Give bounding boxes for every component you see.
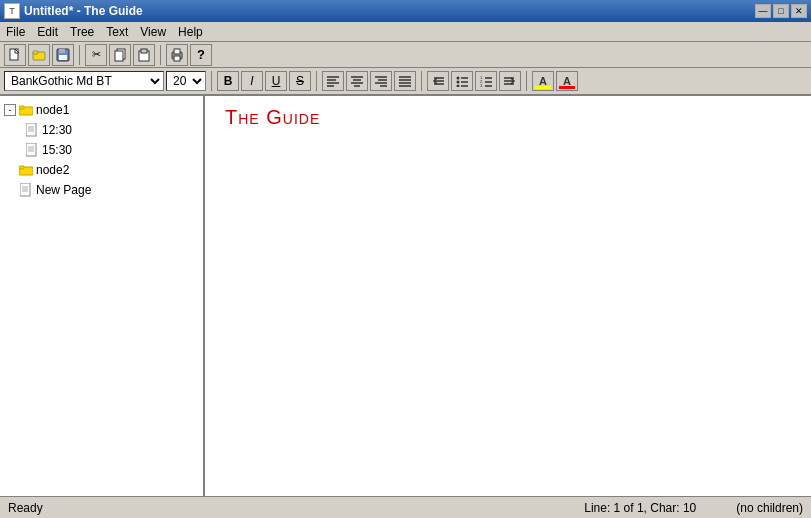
text-color-button[interactable]: A xyxy=(556,71,578,91)
status-children-info: (no children) xyxy=(736,501,803,515)
svg-point-33 xyxy=(457,77,460,80)
save-button[interactable] xyxy=(52,44,74,66)
paste-button[interactable] xyxy=(133,44,155,66)
highlight-button[interactable]: A xyxy=(532,71,554,91)
indent-decrease-button[interactable] xyxy=(427,71,449,91)
tree-item-node2[interactable]: node2 xyxy=(0,160,203,180)
svg-rect-10 xyxy=(141,49,147,53)
list-unordered-button[interactable] xyxy=(451,71,473,91)
copy-button[interactable] xyxy=(109,44,131,66)
svg-rect-49 xyxy=(19,106,24,109)
expand-icon-node1[interactable]: - xyxy=(4,104,16,116)
maximize-button[interactable]: □ xyxy=(773,4,789,18)
window-title: Untitled* - The Guide xyxy=(24,4,143,18)
align-center-button[interactable] xyxy=(346,71,368,91)
page-icon-newpage xyxy=(18,182,34,198)
align-left-button[interactable] xyxy=(322,71,344,91)
folder-icon-node1 xyxy=(18,102,34,118)
menu-file[interactable]: File xyxy=(0,23,31,41)
status-right: Line: 1 of 1, Char: 10 (no children) xyxy=(584,501,803,515)
list-ordered-button[interactable]: 1.2.3. xyxy=(475,71,497,91)
menu-help[interactable]: Help xyxy=(172,23,209,41)
status-line-info: Line: 1 of 1, Char: 10 xyxy=(584,501,696,515)
page-icon-1530 xyxy=(24,142,40,158)
minimize-button[interactable]: — xyxy=(755,4,771,18)
font-size-select[interactable]: 20 891011 12141618 242836 xyxy=(166,71,206,91)
svg-text:3.: 3. xyxy=(480,83,483,87)
format-bar: BankGothic Md BT Arial Times New Roman C… xyxy=(0,68,811,96)
format-sep1 xyxy=(211,71,212,91)
svg-point-37 xyxy=(457,85,460,88)
format-sep4 xyxy=(526,71,527,91)
new-button[interactable] xyxy=(4,44,26,66)
svg-rect-6 xyxy=(59,55,67,60)
justify-button[interactable] xyxy=(394,71,416,91)
editor-content[interactable]: The Guide xyxy=(225,106,791,496)
svg-rect-12 xyxy=(174,49,180,54)
svg-rect-5 xyxy=(59,49,65,53)
folder-icon-node2 xyxy=(18,162,34,178)
tree-panel: - node1 12:30 15:30 node2 xyxy=(0,96,205,496)
menu-tree[interactable]: Tree xyxy=(64,23,100,41)
open-button[interactable] xyxy=(28,44,50,66)
tree-label-node1: node1 xyxy=(36,103,69,117)
menu-bar: File Edit Tree Text View Help xyxy=(0,22,811,42)
page-icon-1230 xyxy=(24,122,40,138)
help-button[interactable]: ? xyxy=(190,44,212,66)
toolbar-sep1 xyxy=(79,45,80,65)
tree-item-1230[interactable]: 12:30 xyxy=(0,120,203,140)
strikethrough-button[interactable]: S xyxy=(289,71,311,91)
tree-label-1530: 15:30 xyxy=(42,143,72,157)
toolbar-sep2 xyxy=(160,45,161,65)
editor-panel: The Guide xyxy=(205,96,811,496)
tree-item-node1[interactable]: - node1 xyxy=(0,100,203,120)
tree-item-newpage[interactable]: New Page xyxy=(0,180,203,200)
bold-button[interactable]: B xyxy=(217,71,239,91)
tree-label-1230: 12:30 xyxy=(42,123,72,137)
tree-label-node2: node2 xyxy=(36,163,69,177)
italic-button[interactable]: I xyxy=(241,71,263,91)
svg-point-35 xyxy=(457,81,460,84)
menu-text[interactable]: Text xyxy=(100,23,134,41)
tree-item-1530[interactable]: 15:30 xyxy=(0,140,203,160)
main-area: - node1 12:30 15:30 node2 xyxy=(0,96,811,496)
format-sep2 xyxy=(316,71,317,91)
menu-view[interactable]: View xyxy=(134,23,172,41)
cut-button[interactable]: ✂ xyxy=(85,44,107,66)
status-bar: Ready Line: 1 of 1, Char: 10 (no childre… xyxy=(0,496,811,518)
svg-rect-59 xyxy=(19,166,24,169)
align-right-button[interactable] xyxy=(370,71,392,91)
tree-label-newpage: New Page xyxy=(36,183,91,197)
title-bar: T Untitled* - The Guide — □ ✕ xyxy=(0,0,811,22)
svg-rect-13 xyxy=(174,56,180,61)
underline-button[interactable]: U xyxy=(265,71,287,91)
svg-rect-3 xyxy=(33,51,38,54)
svg-rect-8 xyxy=(115,51,123,61)
format-sep3 xyxy=(421,71,422,91)
title-buttons: — □ ✕ xyxy=(755,4,807,18)
close-button[interactable]: ✕ xyxy=(791,4,807,18)
indent-increase-button[interactable] xyxy=(499,71,521,91)
font-select[interactable]: BankGothic Md BT Arial Times New Roman C… xyxy=(4,71,164,91)
app-icon: T xyxy=(4,3,20,19)
menu-edit[interactable]: Edit xyxy=(31,23,64,41)
toolbar: ✂ ? xyxy=(0,42,811,68)
title-bar-left: T Untitled* - The Guide xyxy=(4,3,143,19)
status-ready: Ready xyxy=(8,501,43,515)
print-button[interactable] xyxy=(166,44,188,66)
